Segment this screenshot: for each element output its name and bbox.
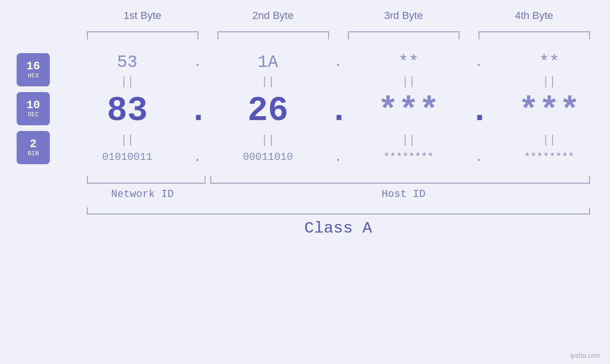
bin-badge-label: BIN (28, 150, 38, 157)
hex-cell-4: ** (488, 53, 610, 72)
bin-value-3: ******** (384, 151, 434, 163)
bin-value-2: 00011010 (243, 151, 293, 163)
dec-value-3: *** (378, 92, 440, 131)
dec-value-4: *** (518, 92, 580, 131)
hex-value-1: 53 (117, 53, 138, 72)
byte-header-2: 2nd Byte (208, 9, 338, 22)
hex-value-3: ** (398, 53, 419, 72)
hex-badge-label: HEX (28, 72, 38, 79)
dec-sep-1: . (188, 92, 207, 131)
dec-cell-2: 26 (207, 92, 328, 131)
bottom-bracket-network (77, 172, 208, 186)
badges-column: 16 HEX 10 DEC 2 BIN (0, 50, 66, 167)
bracket-2 (208, 27, 338, 41)
eq2-cell-2: || (207, 134, 328, 147)
hex-badge-number: 16 (27, 61, 40, 72)
dec-value-1: 83 (107, 92, 148, 131)
bin-badge-number: 2 (30, 139, 37, 150)
eq-sep-1 (188, 75, 207, 88)
bottom-section: Network ID Host ID (77, 172, 600, 200)
bin-cell-4: ******** (488, 151, 610, 163)
network-id-label: Network ID (77, 188, 208, 200)
bin-value-1: 01010011 (102, 151, 152, 163)
eq2-sep-2 (329, 134, 348, 147)
hex-badge: 16 HEX (17, 53, 50, 86)
eq-cell-4: || (488, 75, 610, 88)
hex-value-2: 1A (258, 53, 278, 72)
dec-cell-3: *** (348, 92, 469, 131)
eq2-cell-1: || (66, 134, 188, 147)
hex-value-4: ** (539, 53, 559, 72)
rows-area: 53 . 1A . ** . ** || || (66, 50, 610, 167)
eq-sep-3 (469, 75, 488, 88)
dec-badge-number: 10 (27, 100, 40, 111)
dec-value-2: 26 (247, 92, 288, 131)
dec-sep-2: . (329, 92, 348, 131)
dec-sep-3: . (469, 92, 488, 131)
content-area: 16 HEX 10 DEC 2 BIN 53 . 1A (0, 50, 610, 167)
eq2-cell-3: || (348, 134, 469, 147)
eq2-sep-3 (469, 134, 488, 147)
eq2-sep-1 (188, 134, 207, 147)
byte-header-3: 3rd Byte (338, 9, 469, 22)
hex-sep-3: . (469, 55, 488, 70)
hex-cell-3: ** (348, 53, 469, 72)
bin-value-4: ******** (524, 151, 574, 163)
bin-sep-2: . (329, 150, 348, 165)
hex-row: 53 . 1A . ** . ** (66, 50, 610, 75)
bracket-3 (338, 27, 469, 41)
bin-row: 01010011 . 00011010 . ******** . *******… (66, 148, 610, 167)
eq-cell-1: || (66, 75, 188, 88)
bottom-brackets-row (77, 172, 600, 186)
equals-row-2: || || || || (66, 133, 610, 148)
dec-cell-4: *** (488, 92, 610, 131)
bin-cell-2: 00011010 (207, 151, 328, 163)
top-brackets (77, 27, 600, 41)
dec-badge: 10 DEC (17, 92, 50, 125)
bin-cell-3: ******** (348, 151, 469, 163)
bin-sep-1: . (188, 150, 207, 165)
host-id-label: Host ID (208, 188, 600, 200)
eq-cell-3: || (348, 75, 469, 88)
bracket-4 (469, 27, 600, 41)
hex-cell-1: 53 (66, 53, 188, 72)
hex-sep-2: . (329, 55, 348, 70)
class-section: Class A (77, 207, 600, 237)
hex-sep-1: . (188, 55, 207, 70)
dec-cell-1: 83 (66, 92, 188, 131)
dec-row: 83 . 26 . *** . *** (66, 89, 610, 133)
eq2-cell-4: || (488, 134, 610, 147)
eq-sep-2 (329, 75, 348, 88)
byte-header-4: 4th Byte (469, 9, 600, 22)
bottom-labels-row: Network ID Host ID (77, 188, 600, 200)
watermark: ipshu.com (570, 352, 601, 359)
bin-badge: 2 BIN (17, 131, 50, 164)
eq-cell-2: || (207, 75, 328, 88)
bin-sep-3: . (469, 150, 488, 165)
class-label: Class A (77, 219, 600, 237)
byte-headers: 1st Byte 2nd Byte 3rd Byte 4th Byte (77, 9, 600, 22)
dec-badge-label: DEC (28, 111, 38, 118)
bottom-bracket-host (208, 172, 600, 186)
bin-cell-1: 01010011 (66, 151, 188, 163)
class-bracket (87, 207, 590, 215)
equals-row-1: || || || || (66, 75, 610, 89)
byte-header-1: 1st Byte (77, 9, 208, 22)
bracket-1 (77, 27, 208, 41)
main-container: 1st Byte 2nd Byte 3rd Byte 4th Byte 16 H… (0, 0, 610, 364)
hex-cell-2: 1A (207, 53, 328, 72)
